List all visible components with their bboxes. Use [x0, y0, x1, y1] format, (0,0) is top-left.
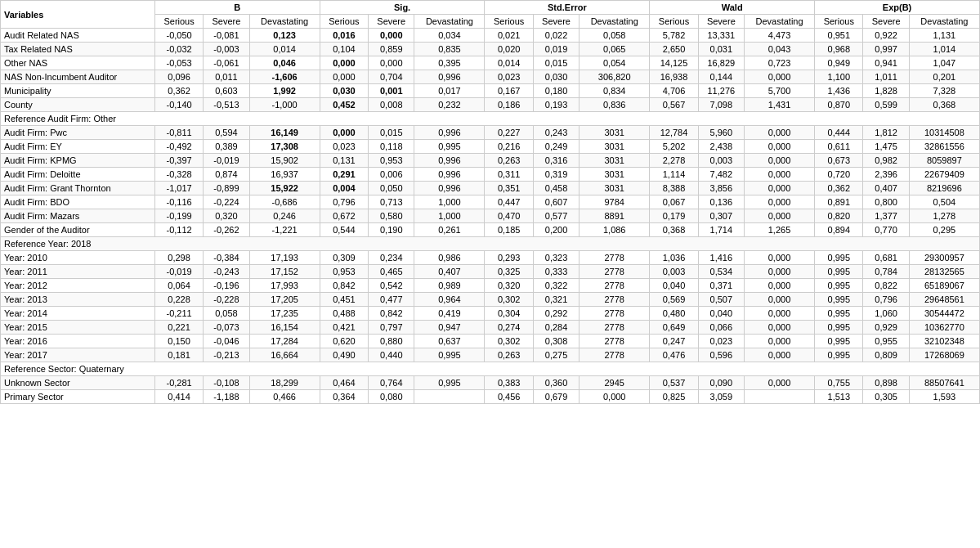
- data-cell: 8,388: [650, 182, 698, 195]
- data-cell: 4,473: [744, 29, 814, 43]
- data-cell: 0,444: [815, 126, 863, 140]
- row-label-cell: Tax Related NAS: [1, 43, 155, 56]
- data-cell: 0,996: [414, 154, 485, 168]
- data-cell: -0,061: [204, 56, 249, 70]
- data-cell: 1,000: [414, 209, 485, 223]
- data-cell: 0,015: [533, 56, 579, 70]
- data-cell: 0,452: [320, 98, 368, 112]
- data-cell: 0,031: [698, 43, 744, 56]
- data-cell: 16,937: [249, 168, 320, 182]
- data-cell: 0,456: [485, 390, 533, 404]
- data-cell: 0,458: [533, 182, 579, 195]
- data-cell: 0,118: [369, 140, 414, 154]
- data-cell: 11,276: [698, 84, 744, 98]
- data-cell: 0,040: [650, 279, 698, 293]
- data-cell: 0,596: [698, 348, 744, 362]
- data-cell: -1,000: [249, 98, 320, 112]
- row-label-cell: NAS Non-Incumbent Auditor: [1, 70, 155, 84]
- variables-col-header: Variables: [1, 1, 155, 29]
- wald-group-header: Wald: [650, 1, 815, 15]
- data-cell: 0,307: [698, 209, 744, 223]
- data-cell: 0,234: [369, 251, 414, 265]
- data-cell: 0,000: [320, 70, 368, 84]
- data-cell: 8059897: [909, 154, 979, 168]
- data-cell: 1,014: [909, 43, 979, 56]
- data-cell: 0,995: [815, 307, 863, 321]
- data-cell: 0,894: [815, 223, 863, 237]
- data-cell: 0,015: [369, 126, 414, 140]
- data-cell: 2778: [579, 293, 650, 307]
- data-cell: 2,278: [650, 154, 698, 168]
- table-row: Year: 20130,228-0,22817,2050,4510,4770,9…: [1, 293, 980, 307]
- table-row: Audit Firm: Mazars-0,1990,3200,2460,6720…: [1, 209, 980, 223]
- data-cell: 0,351: [485, 182, 533, 195]
- data-cell: 0,067: [650, 195, 698, 209]
- table-row: Year: 2011-0,019-0,24317,1520,9530,4650,…: [1, 265, 980, 279]
- data-cell: 0,995: [815, 335, 863, 348]
- data-cell: 1,011: [863, 70, 909, 84]
- data-cell: 0,190: [369, 223, 414, 237]
- data-cell: -0,513: [204, 98, 249, 112]
- data-cell: 0,150: [154, 335, 203, 348]
- data-cell: -0,196: [204, 279, 249, 293]
- data-cell: 16,829: [698, 56, 744, 70]
- data-cell: 0,320: [204, 209, 249, 223]
- data-cell: 0,488: [320, 307, 368, 321]
- data-cell: 0,022: [533, 29, 579, 43]
- data-cell: 0,770: [863, 223, 909, 237]
- data-cell: 0,825: [650, 390, 698, 404]
- table-row: Audit Firm: Grant Thornton-1,017-0,89915…: [1, 182, 980, 195]
- data-cell: -0,899: [204, 182, 249, 195]
- data-cell: 1,265: [744, 223, 814, 237]
- data-cell: 0,054: [579, 56, 650, 70]
- row-label-cell: Audit Firm: Mazars: [1, 209, 155, 223]
- data-cell: 5,782: [650, 29, 698, 43]
- data-cell: 2945: [579, 376, 650, 390]
- data-cell: 0,941: [863, 56, 909, 70]
- data-cell: 0,000: [744, 154, 814, 168]
- data-cell: 8219696: [909, 182, 979, 195]
- data-cell: 0,880: [369, 335, 414, 348]
- stderr-severe-header: Severe: [533, 15, 579, 29]
- data-cell: 0,995: [815, 293, 863, 307]
- data-cell: 0,800: [863, 195, 909, 209]
- data-cell: 0,090: [698, 376, 744, 390]
- data-cell: 1,431: [744, 98, 814, 112]
- data-cell: 0,014: [249, 43, 320, 56]
- row-label-cell: Gender of the Auditor: [1, 223, 155, 237]
- data-cell: 0,534: [698, 265, 744, 279]
- data-cell: 0,704: [369, 70, 414, 84]
- data-cell: 1,593: [909, 390, 979, 404]
- data-cell: 0,371: [698, 279, 744, 293]
- data-cell: 0,016: [320, 29, 368, 43]
- data-cell: 0,167: [485, 84, 533, 98]
- row-label-cell: Year: 2013: [1, 293, 155, 307]
- table-row: Year: 2014-0,2110,05817,2350,4880,8420,4…: [1, 307, 980, 321]
- data-cell: 0,362: [154, 84, 203, 98]
- row-label-cell: Year: 2010: [1, 251, 155, 265]
- data-cell: 0,003: [698, 154, 744, 168]
- data-cell: 0,874: [204, 168, 249, 182]
- data-cell: 30544472: [909, 307, 979, 321]
- table-row: Audit Firm: Deloitte-0,3280,87416,9370,2…: [1, 168, 980, 182]
- data-cell: 0,186: [485, 98, 533, 112]
- data-cell: 5,960: [698, 126, 744, 140]
- data-cell: 0,004: [320, 182, 368, 195]
- data-cell: 0,995: [414, 140, 485, 154]
- data-cell: 0,319: [533, 168, 579, 182]
- b-severe-header: Severe: [204, 15, 249, 29]
- data-cell: 0,046: [249, 56, 320, 70]
- data-cell: 3031: [579, 182, 650, 195]
- data-cell: 2778: [579, 265, 650, 279]
- data-cell: 0,034: [414, 29, 485, 43]
- data-cell: 0,000: [744, 70, 814, 84]
- data-cell: 0,673: [815, 154, 863, 168]
- data-cell: 0,679: [533, 390, 579, 404]
- data-cell: 0,989: [414, 279, 485, 293]
- data-cell: 0,419: [414, 307, 485, 321]
- data-cell: -1,188: [204, 390, 249, 404]
- table-row: Year: 20120,064-0,19617,9930,8420,5420,9…: [1, 279, 980, 293]
- row-label-cell: Unknown Sector: [1, 376, 155, 390]
- data-cell: 0,001: [369, 84, 414, 98]
- data-cell: 0,000: [744, 195, 814, 209]
